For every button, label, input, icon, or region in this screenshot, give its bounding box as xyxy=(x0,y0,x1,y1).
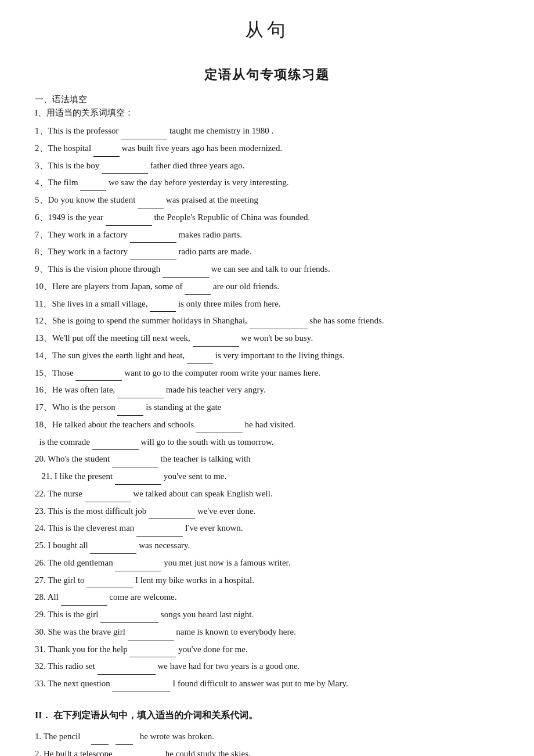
list-item: 4、The film we saw the day before yesterd… xyxy=(35,175,499,191)
blank-3[interactable] xyxy=(102,164,148,174)
blank-23[interactable] xyxy=(149,510,195,519)
list-item: 29. This is the girl songs you heard las… xyxy=(35,607,499,623)
blank-18[interactable] xyxy=(196,424,243,433)
list-item: 2. He built a telescope he could study t… xyxy=(35,745,499,756)
blank-29[interactable] xyxy=(100,614,158,623)
page-title: 从句 xyxy=(35,17,499,43)
blank-8[interactable] xyxy=(130,251,176,260)
blank-ii-2a[interactable] xyxy=(117,753,134,756)
list-item: 7、They work in a factory makes radio par… xyxy=(35,227,499,243)
list-item: 31. Thank you for the help you've done f… xyxy=(35,642,499,658)
list-item: 12、She is going to spend the summer holi… xyxy=(35,313,499,329)
blank-ii-1b[interactable] xyxy=(116,736,133,745)
blank-31[interactable] xyxy=(129,648,176,657)
list-item: 14、The sun gives the earth light and hea… xyxy=(35,348,499,364)
blank-15[interactable] xyxy=(75,372,122,381)
blank-19[interactable] xyxy=(92,441,139,450)
list-item: is the comrade will go to the south with… xyxy=(35,434,499,451)
blank-14[interactable] xyxy=(187,355,213,364)
blank-10[interactable] xyxy=(185,286,211,295)
list-item: 1、This is the professor taught me chemis… xyxy=(35,123,499,139)
blank-13[interactable] xyxy=(193,337,239,347)
blank-ii-2b[interactable] xyxy=(141,753,158,756)
blank-30[interactable] xyxy=(128,631,174,640)
list-item: 33. The next question I found difficult … xyxy=(35,676,499,692)
blank-27[interactable] xyxy=(86,579,133,588)
blank-7[interactable] xyxy=(130,233,176,243)
blank-5[interactable] xyxy=(138,199,164,208)
blank-2[interactable] xyxy=(93,147,120,157)
list-item: 6、1949 is the year the People's Republic… xyxy=(35,210,499,226)
list-item: 2、The hospital was built five years ago … xyxy=(35,141,499,157)
part-i-label: 一、语法填空 xyxy=(35,94,499,105)
blank-22[interactable] xyxy=(85,493,131,502)
list-item: 26. The old gentleman you met just now i… xyxy=(35,555,499,571)
list-item: 32. This radio set we have had for two y… xyxy=(35,658,499,675)
blank-ii-1a[interactable] xyxy=(91,736,109,745)
exercise-list-i: 1、This is the professor taught me chemis… xyxy=(35,123,499,692)
list-item: 3、This is the boy father died three year… xyxy=(35,158,499,174)
blank-9[interactable] xyxy=(163,268,209,278)
list-item: 24. This is the cleverest man I've ever … xyxy=(35,520,499,537)
blank-12[interactable] xyxy=(250,320,308,329)
list-item: 1. The pencil he wrote was broken. xyxy=(35,728,499,745)
list-item: 25. I bought all was necessary. xyxy=(35,538,499,554)
list-item: 28. All come are welcome. xyxy=(35,589,499,606)
blank-1[interactable] xyxy=(121,130,167,139)
list-item: 20. Who's the student the teacher is tal… xyxy=(35,451,499,467)
exercise-list-ii: 1. The pencil he wrote was broken. 2. He… xyxy=(35,728,499,756)
list-item: 11、She lives in a small village, is only… xyxy=(35,296,499,312)
blank-4[interactable] xyxy=(80,182,106,191)
blank-28[interactable] xyxy=(61,596,107,606)
list-item: 13、We'll put off the meeting till next w… xyxy=(35,330,499,347)
list-item: 18、He talked about the teachers and scho… xyxy=(35,417,499,433)
blank-11[interactable] xyxy=(150,303,176,312)
blank-20[interactable] xyxy=(112,458,158,467)
list-item: 30. She was the brave girl name is known… xyxy=(35,624,499,640)
list-item: 8、They work in a factory radio parts are… xyxy=(35,244,499,260)
list-item: 23. This is the most difficult job we've… xyxy=(35,503,499,520)
list-item: 17、Who is the person is standing at the … xyxy=(35,399,499,416)
blank-24[interactable] xyxy=(136,527,183,537)
part-ii-label: II． 在下列定语从句中，填入适当的介词和关系代词。 xyxy=(35,710,499,722)
blank-21[interactable] xyxy=(115,476,161,485)
list-item: 21. I like the present you've sent to me… xyxy=(35,469,499,485)
list-item: 10、Here are players from Japan, some of … xyxy=(35,279,499,295)
blank-25[interactable] xyxy=(90,545,136,554)
blank-17[interactable] xyxy=(117,406,143,416)
part-i-instruction: I、用适当的关系词填空： xyxy=(35,107,499,118)
list-item: 5、Do you know the student was praised at… xyxy=(35,192,499,208)
blank-32[interactable] xyxy=(98,665,156,675)
blank-33[interactable] xyxy=(112,683,170,692)
list-item: 22. The nurse we talked about can speak … xyxy=(35,486,499,502)
section-title: 定语从句专项练习题 xyxy=(35,66,499,84)
list-item: 9、This is the vision phone through we ca… xyxy=(35,261,499,278)
list-item: 15、Those want to go to the computer room… xyxy=(35,365,499,381)
list-item: 16、He was often late, made his teacher v… xyxy=(35,382,499,398)
blank-16[interactable] xyxy=(117,389,164,398)
list-item: 27. The girl to I lent my bike works in … xyxy=(35,573,499,589)
blank-26[interactable] xyxy=(115,562,161,571)
blank-6[interactable] xyxy=(106,217,152,226)
